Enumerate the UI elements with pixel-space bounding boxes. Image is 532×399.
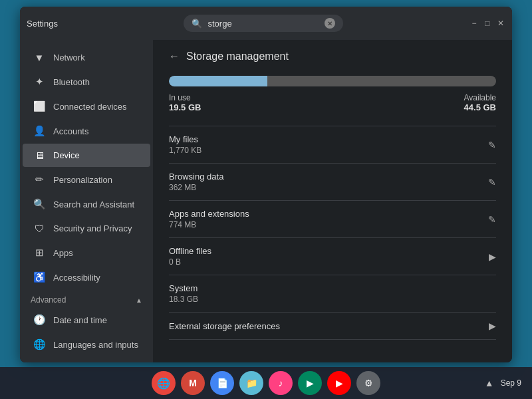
- taskbar-files[interactable]: 📁: [239, 371, 263, 395]
- personalization-icon: ✏: [33, 174, 45, 186]
- browsing-data-edit-icon: ✎: [488, 177, 496, 188]
- sidebar-label-security-privacy: Security and Privacy: [53, 223, 132, 233]
- advanced-section: Advanced ▲: [20, 290, 153, 307]
- my-files-size: 1,770 KB: [169, 146, 201, 155]
- system-name: System: [169, 283, 198, 293]
- network-icon: ▼: [33, 52, 45, 63]
- inuse-value: 19.5 GB: [169, 102, 201, 112]
- sidebar-item-accessibility[interactable]: ♿ Accessibility: [23, 265, 150, 289]
- taskbar-youtube[interactable]: ▶: [327, 371, 351, 395]
- storage-item-apps-extensions[interactable]: Apps and extensions 774 MB ✎: [169, 201, 496, 238]
- external-storage-info: External storage preferences: [169, 321, 280, 331]
- sidebar-item-files[interactable]: 📁 Files: [23, 357, 150, 362]
- titlebar-left: Settings: [27, 19, 58, 29]
- accounts-icon: 👤: [33, 125, 45, 137]
- sidebar-item-apps[interactable]: ⊞ Apps: [23, 241, 150, 265]
- taskbar-chrome[interactable]: 🌐: [152, 371, 176, 395]
- external-storage-name: External storage preferences: [169, 321, 280, 331]
- advanced-arrow: ▲: [136, 297, 142, 304]
- minimize-button[interactable]: −: [469, 19, 479, 28]
- languages-icon: 🌐: [33, 338, 45, 350]
- inuse-title: In use: [169, 93, 191, 102]
- sidebar-label-date-time: Date and time: [53, 315, 107, 325]
- external-storage-arrow-icon: ▶: [489, 321, 496, 331]
- back-button[interactable]: ←: [169, 51, 180, 63]
- storage-item-external-storage[interactable]: External storage preferences ▶: [169, 313, 496, 340]
- taskbar-settings[interactable]: ⚙: [356, 371, 380, 395]
- offline-files-arrow-icon: ▶: [489, 251, 496, 262]
- sidebar-label-connected-devices: Connected devices: [53, 102, 127, 112]
- search-clear-button[interactable]: ✕: [325, 18, 335, 29]
- sidebar-label-apps: Apps: [53, 248, 73, 258]
- taskbar-play[interactable]: ▶: [298, 371, 322, 395]
- search-assistant-icon: 🔍: [33, 198, 45, 210]
- close-button[interactable]: ✕: [496, 19, 505, 28]
- sidebar-label-languages: Languages and inputs: [53, 340, 138, 350]
- search-icon: 🔍: [192, 19, 202, 29]
- sidebar-item-device[interactable]: 🖥 Device: [23, 144, 150, 167]
- alert-icon: ▲: [485, 378, 494, 388]
- storage-labels: In use 19.5 GB Available 44.5 GB: [169, 93, 496, 112]
- taskbar-docs[interactable]: 📄: [210, 371, 234, 395]
- sidebar-item-personalization[interactable]: ✏ Personalization: [23, 168, 150, 192]
- taskbar: 🌐 M 📄 📁 ♪ ▶ ▶ ⚙ ▲ Sep 9: [0, 367, 532, 399]
- system-size: 18.3 GB: [169, 295, 198, 304]
- sidebar-label-personalization: Personalization: [53, 175, 112, 185]
- storage-item-offline-files[interactable]: Offline files 0 B ▶: [169, 238, 496, 275]
- sidebar-item-bluetooth[interactable]: ✦ Bluetooth: [23, 70, 150, 94]
- my-files-name: My files: [169, 134, 201, 144]
- storage-inuse-label: In use 19.5 GB: [169, 93, 201, 112]
- right-panel: ← Storage management In use 19.5 GB Avai…: [153, 40, 512, 362]
- offline-files-size: 0 B: [169, 257, 211, 267]
- bluetooth-icon: ✦: [33, 76, 45, 88]
- titlebar-controls: − □ ✕: [469, 19, 505, 28]
- storage-bar: [169, 76, 496, 86]
- storage-list: My files 1,770 KB ✎ Browsing data 362 MB…: [169, 126, 496, 340]
- offline-files-name: Offline files: [169, 246, 211, 256]
- accessibility-icon: ♿: [33, 271, 45, 283]
- window-title: Settings: [27, 19, 58, 29]
- sidebar-item-connected-devices[interactable]: ⬜ Connected devices: [23, 94, 150, 118]
- browsing-data-size: 362 MB: [169, 183, 223, 192]
- browsing-data-info: Browsing data 362 MB: [169, 172, 223, 192]
- sidebar-item-accounts[interactable]: 👤 Accounts: [23, 119, 150, 143]
- panel-title: Storage management: [186, 51, 289, 63]
- search-bar[interactable]: 🔍 ✕: [184, 15, 343, 32]
- sidebar-item-search-assistant[interactable]: 🔍 Search and Assistant: [23, 192, 150, 216]
- storage-item-my-files[interactable]: My files 1,770 KB ✎: [169, 126, 496, 164]
- maximize-button[interactable]: □: [483, 19, 492, 28]
- sidebar-label-network: Network: [53, 53, 85, 63]
- search-input[interactable]: [207, 19, 319, 29]
- titlebar: Settings 🔍 ✕ − □ ✕: [20, 7, 512, 40]
- apps-extensions-info: Apps and extensions 774 MB: [169, 209, 249, 229]
- sidebar-item-date-time[interactable]: 🕐 Date and time: [23, 308, 150, 332]
- offline-files-info: Offline files 0 B: [169, 246, 211, 267]
- storage-available-label: Available 44.5 GB: [464, 93, 496, 112]
- main-content: ▼ Network ✦ Bluetooth ⬜ Connected device…: [20, 40, 512, 362]
- storage-item-system[interactable]: System 18.3 GB: [169, 275, 496, 313]
- panel-header: ← Storage management: [169, 51, 496, 63]
- sidebar-label-accounts: Accounts: [53, 126, 88, 136]
- connected-devices-icon: ⬜: [33, 100, 45, 112]
- apps-icon: ⊞: [33, 247, 45, 259]
- sidebar-item-network[interactable]: ▼ Network: [23, 46, 150, 69]
- my-files-edit-icon: ✎: [488, 140, 496, 150]
- system-info: System 18.3 GB: [169, 283, 198, 304]
- taskbar-gmail[interactable]: M: [181, 371, 205, 395]
- apps-extensions-edit-icon: ✎: [488, 214, 496, 225]
- sidebar: ▼ Network ✦ Bluetooth ⬜ Connected device…: [20, 40, 153, 362]
- sidebar-label-accessibility: Accessibility: [53, 273, 100, 283]
- datetime-icon: 🕐: [33, 314, 45, 326]
- taskbar-right: ▲ Sep 9: [485, 378, 521, 388]
- apps-extensions-size: 774 MB: [169, 220, 249, 229]
- storage-item-browsing-data[interactable]: Browsing data 362 MB ✎: [169, 164, 496, 201]
- apps-extensions-name: Apps and extensions: [169, 209, 249, 219]
- sidebar-item-security-privacy[interactable]: 🛡 Security and Privacy: [23, 217, 150, 240]
- sidebar-label-bluetooth: Bluetooth: [53, 77, 90, 87]
- sidebar-item-languages[interactable]: 🌐 Languages and inputs: [23, 332, 150, 356]
- sidebar-label-device: Device: [53, 150, 80, 160]
- sidebar-label-search-assistant: Search and Assistant: [53, 200, 134, 209]
- storage-bar-container: In use 19.5 GB Available 44.5 GB: [169, 76, 496, 112]
- taskbar-play-music[interactable]: ♪: [269, 371, 293, 395]
- device-icon: 🖥: [33, 150, 45, 161]
